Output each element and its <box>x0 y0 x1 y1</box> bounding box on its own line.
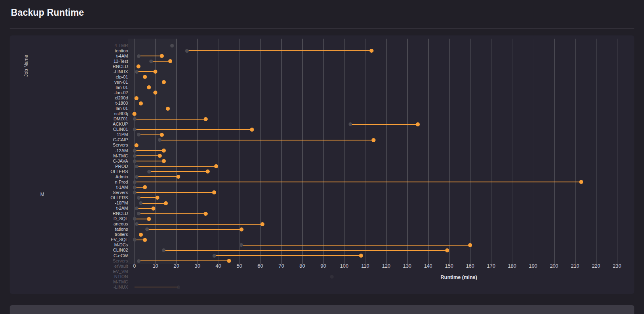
x-tick-label: 80 <box>294 263 310 269</box>
start-runtime-dot[interactable] <box>145 227 149 231</box>
runtime-dot[interactable] <box>139 233 143 237</box>
y-axis-label: C-eCW <box>94 253 128 258</box>
x-tick-label: 50 <box>231 263 248 269</box>
runtime-dot[interactable] <box>139 101 143 105</box>
gridline <box>323 39 324 264</box>
start-runtime-dot[interactable] <box>135 165 138 168</box>
runtime-dot[interactable] <box>134 96 138 100</box>
runtime-dot[interactable] <box>160 54 164 58</box>
runtime-dot[interactable] <box>162 149 166 153</box>
start-runtime-dot[interactable] <box>135 222 138 226</box>
start-runtime-dot[interactable] <box>133 191 136 194</box>
runtime-dot[interactable] <box>212 190 216 194</box>
runtime-connector-line <box>164 250 447 251</box>
runtime-dot[interactable] <box>416 122 420 126</box>
start-runtime-dot[interactable] <box>133 149 136 153</box>
start-runtime-dot[interactable] <box>133 238 136 242</box>
runtime-dot[interactable] <box>214 164 218 168</box>
x-tick-label: 70 <box>273 263 289 269</box>
start-runtime-dot[interactable] <box>137 196 140 200</box>
y-axis-label: OLLERS <box>94 195 128 200</box>
gridline <box>491 39 491 264</box>
runtime-connector-line <box>134 155 160 156</box>
start-runtime-dot[interactable] <box>133 154 136 158</box>
runtime-dot[interactable] <box>372 138 376 142</box>
x-tick-label: 230 <box>609 263 625 269</box>
gridline <box>575 39 576 264</box>
page-header: Backup Runtime <box>0 0 644 28</box>
x-tick-label: 190 <box>525 263 541 269</box>
start-runtime-dot[interactable] <box>137 54 140 58</box>
runtime-dot[interactable] <box>239 227 244 231</box>
y-axis-label: -lan-01 <box>94 106 128 111</box>
y-axis-label: -11PM <box>94 132 128 137</box>
runtime-dot[interactable] <box>164 201 168 205</box>
y-axis-label: NTION <box>94 274 128 279</box>
y-axis-label: PROD <box>94 164 128 169</box>
start-runtime-dot[interactable] <box>149 60 153 63</box>
x-tick-label: 110 <box>357 263 373 269</box>
runtime-dot[interactable] <box>176 175 180 179</box>
gridline <box>197 39 198 264</box>
start-runtime-dot[interactable] <box>135 207 138 210</box>
runtime-dot[interactable] <box>168 59 172 63</box>
start-runtime-dot[interactable] <box>133 180 136 184</box>
start-runtime-dot[interactable] <box>133 117 136 121</box>
start-runtime-dot[interactable] <box>137 212 140 215</box>
runtime-dot[interactable] <box>445 248 449 252</box>
backup-runtime-visual[interactable]: Job Name M 4-TMRtentiont-4AM13-TestRNCLD… <box>10 35 634 294</box>
runtime-dot[interactable] <box>162 159 166 163</box>
y-axis-label: DMZ01 <box>94 116 128 122</box>
y-axis-label: CLIN01 <box>94 127 128 132</box>
runtime-dot[interactable] <box>468 243 472 247</box>
runtime-dot[interactable] <box>204 212 208 216</box>
start-runtime-dot[interactable] <box>135 70 138 74</box>
runtime-dot[interactable] <box>206 169 210 174</box>
plot-area[interactable] <box>134 39 617 264</box>
runtime-dot[interactable] <box>160 133 164 137</box>
y-axis-label: -lan-02 <box>94 90 128 95</box>
x-tick-label: 160 <box>462 263 478 269</box>
runtime-dot[interactable] <box>579 180 583 184</box>
runtime-connector-line <box>187 50 372 51</box>
start-runtime-dot[interactable] <box>133 128 136 131</box>
runtime-dot[interactable] <box>250 128 254 132</box>
runtime-dot[interactable] <box>369 49 374 53</box>
start-runtime-dot[interactable] <box>170 44 174 48</box>
runtime-connector-line <box>214 255 361 256</box>
runtime-dot[interactable] <box>359 254 363 258</box>
runtime-dot[interactable] <box>143 238 147 242</box>
next-visual-top-edge <box>10 305 634 314</box>
start-runtime-dot[interactable] <box>133 186 136 189</box>
start-runtime-dot[interactable] <box>147 170 151 174</box>
y-axis-label: -LINUX <box>94 69 128 74</box>
start-runtime-dot[interactable] <box>185 49 189 53</box>
y-axis-label: RNCLD <box>94 64 128 69</box>
runtime-connector-line <box>134 161 164 161</box>
runtime-dot[interactable] <box>227 259 231 263</box>
start-runtime-dot[interactable] <box>330 275 334 279</box>
runtime-connector-line <box>351 124 418 125</box>
runtime-dot[interactable] <box>260 222 264 226</box>
start-runtime-dot[interactable] <box>349 122 352 126</box>
start-runtime-dot[interactable] <box>177 285 180 289</box>
gridline <box>344 39 345 264</box>
y-axis-label: EV_VM <box>94 269 128 274</box>
y-axis-label: -LINUX <box>94 285 128 290</box>
start-runtime-dot[interactable] <box>133 217 136 221</box>
x-tick-label: 0 <box>126 263 142 269</box>
runtime-dot[interactable] <box>151 207 155 211</box>
start-runtime-dot[interactable] <box>239 243 243 247</box>
start-runtime-dot[interactable] <box>213 254 216 258</box>
y-axis-label: Admin <box>94 174 128 180</box>
start-runtime-dot[interactable] <box>137 259 140 263</box>
y-axis-label: -10PM <box>94 200 128 206</box>
runtime-dot[interactable] <box>158 154 162 158</box>
gridline <box>365 39 365 264</box>
start-runtime-dot[interactable] <box>135 175 138 179</box>
x-tick-label: 210 <box>567 263 583 269</box>
runtime-dot[interactable] <box>132 112 136 116</box>
runtime-dot[interactable] <box>204 117 208 121</box>
start-runtime-dot[interactable] <box>133 159 136 163</box>
runtime-dot[interactable] <box>166 107 170 111</box>
